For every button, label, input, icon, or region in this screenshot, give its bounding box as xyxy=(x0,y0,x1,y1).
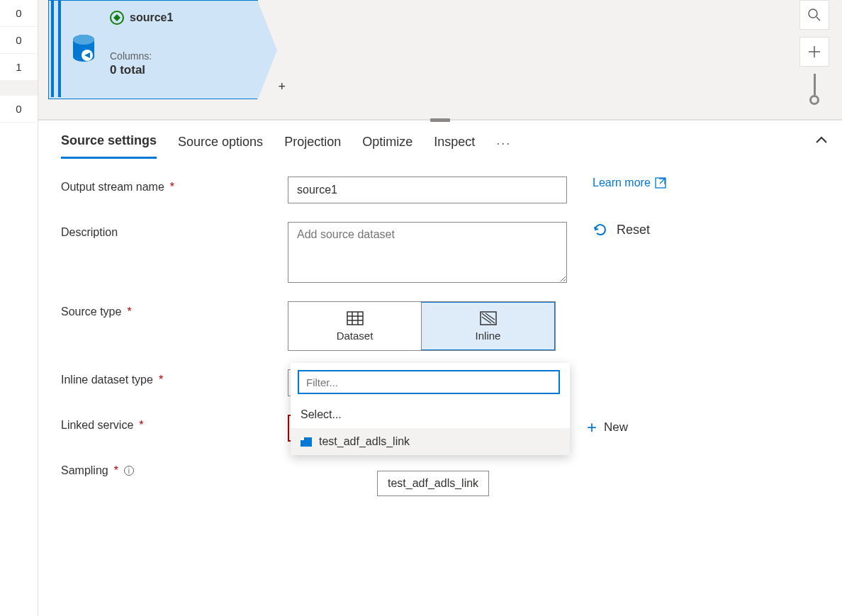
storage-icon xyxy=(301,437,312,447)
canvas-tools xyxy=(799,0,829,105)
collapse-panel-icon[interactable] xyxy=(815,135,828,146)
svg-line-16 xyxy=(482,317,491,323)
plus-icon xyxy=(808,45,821,58)
add-button[interactable] xyxy=(799,37,829,67)
learn-more-link[interactable]: Learn more xyxy=(593,177,666,189)
rail-number: 1 xyxy=(0,54,38,81)
zoom-slider[interactable] xyxy=(799,74,829,105)
tooltip: test_adf_adls_link xyxy=(377,471,489,496)
canvas-area: source1 Columns: 0 total + xyxy=(38,0,842,121)
svg-line-17 xyxy=(485,313,495,320)
new-linked-service-button[interactable]: + New xyxy=(571,415,819,437)
info-icon[interactable]: i xyxy=(124,466,134,476)
plus-icon: + xyxy=(587,418,597,437)
dropdown-item-select[interactable]: Select... xyxy=(291,401,570,428)
dropdown-filter-input[interactable] xyxy=(298,370,560,394)
node-title: source1 xyxy=(130,11,173,24)
external-link-icon xyxy=(655,177,666,189)
node-columns-total: 0 total xyxy=(110,63,252,77)
inline-icon xyxy=(480,311,497,325)
reset-button[interactable]: Reset xyxy=(593,222,819,237)
tab-overflow[interactable]: ··· xyxy=(496,136,511,157)
node-accent xyxy=(51,1,54,97)
svg-line-4 xyxy=(816,17,820,21)
sampling-label: Sampling* i xyxy=(61,460,288,477)
node-title-row: source1 xyxy=(110,11,252,25)
svg-rect-9 xyxy=(347,312,363,325)
rail-number: 0 xyxy=(0,27,38,54)
node-body: source1 Columns: 0 total xyxy=(104,1,257,99)
description-label: Description xyxy=(61,222,288,239)
left-rail: 0 0 1 0 xyxy=(0,0,38,616)
svg-point-3 xyxy=(809,9,817,18)
rail-number: 0 xyxy=(0,96,38,123)
output-stream-name-input[interactable] xyxy=(288,177,567,203)
source-type-dataset[interactable]: Dataset xyxy=(288,302,421,350)
dataset-icon xyxy=(347,311,364,325)
node-db-icon xyxy=(63,1,104,99)
node-columns-label: Columns: xyxy=(110,50,252,62)
tab-projection[interactable]: Projection xyxy=(284,135,341,158)
inline-dataset-type-label: Inline dataset type* xyxy=(61,369,288,386)
reset-icon xyxy=(593,222,608,237)
search-icon xyxy=(808,9,821,21)
tab-optimize[interactable]: Optimize xyxy=(362,135,412,158)
svg-line-8 xyxy=(660,179,665,184)
linked-service-label: Linked service* xyxy=(61,415,288,432)
tab-bar: Source settings Source options Projectio… xyxy=(38,122,842,159)
output-stream-name-label: Output stream name* xyxy=(61,177,288,194)
rail-number xyxy=(0,81,38,96)
source-type-inline[interactable]: Inline xyxy=(421,302,555,350)
node-accent xyxy=(58,1,61,97)
search-button[interactable] xyxy=(799,0,829,30)
tab-source-settings[interactable]: Source settings xyxy=(61,133,157,159)
source-node[interactable]: source1 Columns: 0 total + xyxy=(48,0,258,99)
tab-source-options[interactable]: Source options xyxy=(178,135,263,158)
linked-service-dropdown-popup: Select... test_adf_adls_link xyxy=(291,363,570,455)
source-type-toggle: Dataset Inline xyxy=(288,301,556,351)
rail-number: 0 xyxy=(0,0,38,27)
dropdown-item-test-adf-adls-link[interactable]: test_adf_adls_link xyxy=(291,428,570,455)
description-textarea[interactable] xyxy=(288,222,567,283)
tab-inspect[interactable]: Inspect xyxy=(434,135,475,158)
add-node-icon[interactable]: + xyxy=(278,79,286,94)
source-type-label: Source type* xyxy=(61,301,288,318)
svg-point-1 xyxy=(73,35,94,45)
cdm-icon xyxy=(110,11,124,25)
